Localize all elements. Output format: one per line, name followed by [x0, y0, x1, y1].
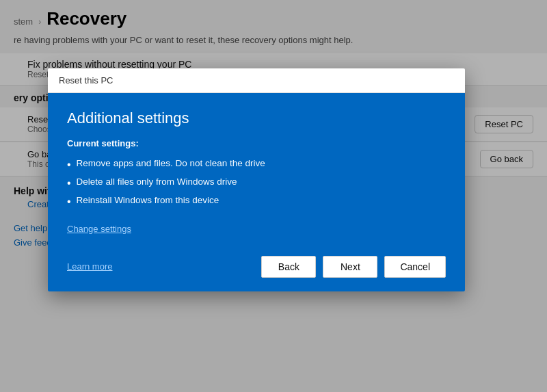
reset-pc-modal: Reset this PC Additional settings Curren…	[48, 68, 465, 291]
footer-left: Learn more	[67, 261, 112, 272]
modal-topbar: Reset this PC	[48, 68, 465, 93]
setting-item-3: Reinstall Windows from this device	[67, 192, 446, 211]
modal-footer: Learn more Back Next Cancel	[67, 256, 446, 278]
footer-buttons: Back Next Cancel	[261, 256, 446, 278]
setting-item-2: Delete all files only from Windows drive	[67, 174, 446, 192]
settings-list: Remove apps and files. Do not clean the …	[67, 155, 446, 211]
learn-more-link[interactable]: Learn more	[67, 261, 112, 272]
current-settings-label: Current settings:	[67, 138, 446, 148]
next-button[interactable]: Next	[323, 256, 377, 278]
modal-topbar-label: Reset this PC	[59, 75, 113, 86]
back-button[interactable]: Back	[261, 256, 316, 278]
modal-title: Additional settings	[67, 109, 446, 127]
change-settings-link[interactable]: Change settings	[67, 224, 131, 234]
setting-item-1: Remove apps and files. Do not clean the …	[67, 155, 446, 174]
cancel-button[interactable]: Cancel	[384, 256, 446, 278]
modal-body: Additional settings Current settings: Re…	[48, 93, 465, 291]
